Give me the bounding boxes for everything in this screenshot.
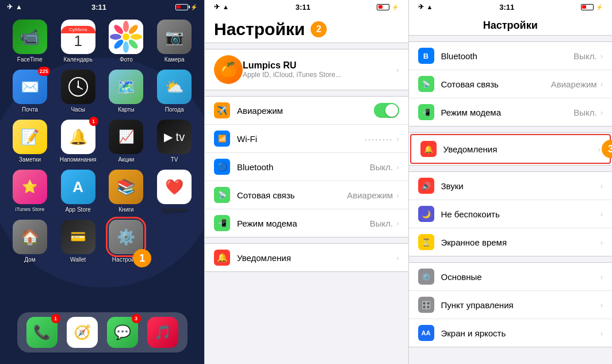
s3-dnd-label: Не беспокоить	[441, 209, 600, 219]
s3-row-hotspot[interactable]: 📲 Режим модема Выкл. ›	[409, 98, 613, 126]
s2-status-left: ✈ ▲	[214, 3, 229, 11]
s2-row-wifi[interactable]: 📶 Wi-Fi ········ ›	[205, 125, 408, 153]
app-camera[interactable]: 📷 Камера	[154, 20, 195, 63]
svg-point-11	[123, 33, 129, 40]
app-facetime[interactable]: 📹 FaceTime	[9, 20, 51, 63]
clock-svg	[68, 76, 89, 97]
app-calendar[interactable]: Суббота 1 Календарь	[58, 20, 99, 63]
s2-notifications-chevron: ›	[396, 254, 399, 262]
notes-label: Заметки	[19, 156, 41, 163]
s3-row-sounds[interactable]: 🔊 Звуки ›	[409, 172, 613, 200]
s2-profile-group: 🍊 Lumpics RU Apple ID, iCloud, iTunes St…	[205, 49, 408, 90]
dock-music[interactable]: 🎵	[147, 317, 178, 348]
s2-network-group: ✈️ Авиарежим 📶 Wi-Fi ········ › 🔵 Blueto…	[205, 96, 408, 237]
home-time: 3:11	[91, 3, 106, 12]
calendar-label: Календарь	[63, 56, 92, 63]
s2-profile-row[interactable]: 🍊 Lumpics RU Apple ID, iCloud, iTunes St…	[205, 49, 408, 90]
s3-row-dnd[interactable]: 🌙 Не беспокоить ›	[409, 200, 613, 228]
phone-icon: 📞 1	[26, 317, 58, 348]
photos-svg	[109, 20, 143, 54]
app-home[interactable]: 🏠 Дом	[9, 220, 51, 263]
clock-icon	[61, 70, 95, 104]
stocks-icon: 📈	[109, 120, 143, 154]
s2-status-right: ⚡	[377, 4, 399, 10]
app-itunes[interactable]: ⭐ iTunes Store	[9, 170, 51, 213]
s2-row-airplane[interactable]: ✈️ Авиарежим	[205, 97, 408, 125]
app-tv[interactable]: ▶ tv TV	[154, 120, 195, 163]
app-stocks[interactable]: 📈 Акции	[106, 120, 147, 163]
s2-row-hotspot[interactable]: 📲 Режим модема Выкл. ›	[205, 209, 408, 237]
s2-row-cellular[interactable]: 📡 Сотовая связь Авиарежим ›	[205, 181, 408, 209]
s3-row-controlcenter[interactable]: 🎛️ Пункт управления ›	[409, 291, 613, 319]
s2-airplane-row-icon: ✈️	[214, 102, 230, 118]
itunes-label: iTunes Store	[16, 206, 45, 212]
s3-sounds-chevron: ›	[600, 182, 603, 190]
dock-phone[interactable]: 📞 1	[26, 317, 58, 348]
tv-label: TV	[171, 156, 178, 163]
reminders-label: Напоминания	[60, 156, 97, 163]
s3-row-bluetooth[interactable]: B Bluetooth Выкл. ›	[409, 42, 613, 70]
app-weather[interactable]: ⛅ Погода	[154, 70, 195, 113]
svg-point-6	[123, 41, 129, 53]
s3-dnd-chevron: ›	[600, 210, 603, 219]
app-photos[interactable]: Фото	[106, 20, 147, 63]
s2-bluetooth-value: Выкл.	[370, 162, 393, 172]
s3-screentime-label: Экранное время	[441, 237, 600, 247]
s3-top-group: B Bluetooth Выкл. › 📡 Сотовая связь Авиа…	[409, 41, 613, 127]
home-screen: ✈ ▲ 3:11 ⚡ 📹 FaceTime	[0, 0, 204, 364]
photos-label: Фото	[120, 56, 133, 63]
books-label: Книги	[118, 206, 133, 213]
wallet-label: Wallet	[70, 256, 86, 263]
camera-icon: 📷	[157, 20, 192, 54]
dock-safari[interactable]: 🧭	[67, 317, 98, 348]
s3-cellular-value: Авиарежим	[551, 79, 597, 89]
app-maps[interactable]: 🗺️ Карты	[106, 70, 147, 113]
app-health[interactable]: ❤️ Здоровье	[154, 170, 195, 213]
app-settings[interactable]: ⚙️ Настройки 1	[106, 220, 147, 263]
s2-battery-fill	[378, 5, 382, 9]
s3-screentime-chevron: ›	[600, 238, 603, 247]
home-status-left: ✈ ▲	[7, 3, 22, 11]
s2-profile-name: Lumpics RU	[243, 60, 396, 71]
s3-cellular-label: Сотовая связь	[441, 79, 551, 89]
s2-row-notifications[interactable]: 🔔 Уведомления ›	[205, 244, 408, 271]
s3-row-display[interactable]: AA Экран и яркость ›	[409, 319, 613, 347]
app-reminders[interactable]: 🔔 1 Напоминания	[58, 120, 99, 163]
s2-row-bluetooth[interactable]: 🔵 Bluetooth Выкл. ›	[205, 153, 408, 181]
s3-row-notifications[interactable]: 🔔 Уведомления ›	[410, 134, 611, 164]
s3-time: 3:11	[499, 3, 514, 12]
app-books[interactable]: 📚 Книги	[106, 170, 147, 213]
dock-messages[interactable]: 💬 3	[107, 317, 138, 348]
s3-notifications-chevron: ›	[598, 145, 600, 154]
s2-cellular-chevron: ›	[396, 191, 399, 200]
s2-profile-info: Lumpics RU Apple ID, iCloud, iTunes Stor…	[243, 60, 396, 79]
svg-point-15	[77, 86, 79, 88]
safari-icon: 🧭	[67, 317, 98, 348]
battery-icon	[175, 4, 188, 10]
s2-airplane-toggle[interactable]	[374, 103, 399, 118]
app-clock[interactable]: Часы	[58, 70, 99, 113]
svg-point-4	[131, 34, 142, 40]
s3-row-screentime[interactable]: ⏳ Экранное время ›	[409, 228, 613, 256]
phone-badge: 1	[51, 314, 60, 323]
app-notes[interactable]: 📝 Заметки	[9, 120, 51, 163]
s3-row-cellular[interactable]: 📡 Сотовая связь Авиарежим ›	[409, 70, 613, 98]
appstore-icon: A	[61, 170, 95, 204]
app-wallet[interactable]: 💳 Wallet	[58, 220, 99, 263]
app-mail[interactable]: ✉️ 225 Почта	[9, 70, 51, 113]
s2-hotspot-value: Выкл.	[370, 219, 393, 228]
health-label: Здоровье	[162, 206, 188, 213]
settings-notifications-panel: ✈ ▲ 3:11 ⚡ Настройки B Bluetooth Выкл. ›	[408, 0, 613, 364]
s3-row-general[interactable]: ⚙️ Основные ›	[409, 263, 613, 291]
s3-wifi-icon: ▲	[427, 3, 433, 10]
s3-sounds-label: Звуки	[441, 181, 600, 191]
home-status-right: ⚡	[175, 4, 197, 10]
cal-date: 1	[74, 33, 82, 48]
itunes-icon: ⭐	[13, 170, 47, 204]
settings-main-status: ✈ ▲ 3:11 ⚡	[205, 0, 408, 14]
app-appstore[interactable]: A App Store	[58, 170, 99, 213]
app-grid: 📹 FaceTime Суббота 1 Календарь	[0, 14, 204, 269]
home-status-bar: ✈ ▲ 3:11 ⚡	[0, 0, 204, 14]
s3-airplane-icon: ✈	[418, 3, 424, 11]
s2-cellular-row-icon: 📡	[214, 187, 230, 203]
